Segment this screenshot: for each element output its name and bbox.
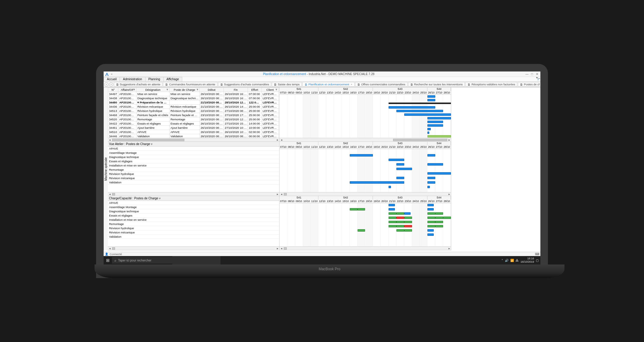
taskbar-search[interactable]: ⌕ Taper ici pour rechercher [112, 257, 172, 264]
gantt-bar[interactable] [427, 163, 443, 166]
gantt-bar[interactable] [389, 186, 391, 188]
column-header[interactable]: Effort [248, 88, 262, 92]
resource-row[interactable]: Révision hydrolique [108, 172, 279, 176]
tray-volume-icon[interactable]: 🔊 [505, 259, 508, 262]
keyboard-icon[interactable]: ⌨ [535, 252, 539, 256]
gantt-bar[interactable] [404, 221, 412, 223]
resource-row[interactable]: Diagnostique technique [108, 209, 279, 214]
gantt-bar[interactable] [396, 221, 404, 223]
task-row[interactable]: 34438AP20100018Diagnostique techniqueDia… [108, 96, 280, 100]
tray-wifi-icon[interactable]: 📶 [510, 259, 514, 262]
filter-icon[interactable]: ▼ [275, 88, 278, 91]
doctab[interactable]: 🗎Suggestions d'achats commandées [218, 82, 271, 87]
gantt-bar[interactable] [427, 186, 430, 188]
gantt-bar[interactable] [389, 221, 396, 223]
notifications-icon[interactable]: ▢ [536, 259, 539, 262]
gantt-bar[interactable] [427, 208, 434, 211]
gantt-bar[interactable] [443, 217, 451, 219]
task-row[interactable]: 34461AP20100018Ajout barrièreAjout barri… [108, 126, 280, 130]
menu-accueil[interactable]: Accueil [104, 77, 120, 81]
start-button[interactable]: ⊞ [104, 258, 112, 263]
gantt-bar[interactable] [396, 217, 404, 219]
gantt-bar[interactable] [358, 208, 365, 211]
workshop-gantt[interactable] [280, 149, 451, 192]
gantt-bar[interactable] [404, 225, 412, 227]
resource-row[interactable]: Essais et réglages [108, 214, 279, 218]
gantt-bar[interactable] [427, 212, 435, 215]
task-row[interactable]: 34510AP20100018APAVEAPAVE26/10/2020 08:0… [108, 130, 280, 134]
gantt-bar[interactable] [427, 181, 435, 184]
gantt-bar[interactable] [389, 103, 451, 104]
side-category-label[interactable]: Machine spéciale [104, 87, 108, 250]
doctab[interactable]: 🗎Suggestions d'achats en attente [114, 82, 163, 87]
resource-row[interactable]: Révision mécanique [108, 230, 279, 235]
gantt-bar[interactable] [435, 221, 443, 223]
gantt-bar[interactable] [427, 128, 430, 130]
resource-row[interactable]: Révision hydrolique [108, 226, 279, 230]
filter-icon[interactable]: ▼ [196, 88, 199, 91]
gantt-bar[interactable] [396, 163, 404, 166]
gantt-bar[interactable] [396, 229, 404, 232]
hscrollbar[interactable]: ◂▸ [108, 246, 279, 250]
resource-row[interactable]: Remontage [108, 222, 279, 226]
minimize-button[interactable]: — [525, 72, 529, 76]
gantt-bar[interactable] [427, 229, 434, 232]
doctab[interactable]: 🗎Recherche sur toutes les interventions [408, 82, 465, 87]
gantt-bar[interactable] [358, 229, 365, 232]
column-header[interactable]: Fin [224, 88, 248, 92]
gantt-bar[interactable] [389, 106, 435, 109]
gantt-bar[interactable] [427, 221, 435, 223]
gantt-bar[interactable] [389, 204, 395, 206]
gantt-bar[interactable] [435, 212, 443, 215]
gantt-bar[interactable] [435, 217, 443, 219]
gantt-bar[interactable] [389, 212, 396, 215]
hscrollbar[interactable]: ◂▸ [108, 192, 279, 196]
resource-row[interactable]: Installation et mise en service [108, 163, 279, 168]
gantt-bar[interactable] [396, 177, 404, 179]
gantt-bar[interactable] [427, 217, 435, 219]
column-header[interactable]: Affaire/OF▼ [118, 88, 136, 92]
gantt-bar[interactable] [389, 225, 396, 227]
binoculars-icon[interactable]: 🔭 [536, 77, 540, 81]
gantt-bar[interactable] [389, 208, 395, 211]
doctab[interactable]: 🗎Saisie des temps [272, 82, 302, 87]
resource-row[interactable]: Essais et réglages [108, 159, 279, 163]
menu-affichage[interactable]: Affichage [163, 77, 183, 81]
gantt-bar[interactable] [350, 208, 358, 211]
pane-title[interactable]: Charge/Capacité : Postes de Charge ▿ [108, 196, 279, 201]
column-header[interactable]: Désignation▼ [136, 88, 170, 92]
resource-row[interactable]: Assemblage Montage [108, 205, 279, 209]
resource-row[interactable]: Installation et mise en service [108, 218, 279, 222]
resource-row[interactable]: Révision mécanique [108, 176, 279, 180]
hscrollbar[interactable]: ◂▸ [280, 246, 451, 250]
task-gantt[interactable] [280, 95, 451, 138]
gantt-bar[interactable] [427, 204, 434, 206]
filter-icon[interactable]: ▼ [133, 88, 136, 91]
task-row[interactable]: 34422AP20100018Essais et réglagesEssais … [108, 122, 280, 126]
filter-icon[interactable]: ▼ [166, 88, 169, 91]
task-row[interactable]: 34468AP20100018Peinture façade et côtésP… [108, 113, 280, 117]
gantt-bar[interactable] [427, 99, 435, 101]
doctab[interactable]: 🗎Réceptions validées non facturées [465, 82, 517, 87]
column-header[interactable]: Début [200, 88, 224, 92]
gantt-bar[interactable] [427, 135, 451, 138]
gantt-bar[interactable] [435, 225, 443, 227]
gantt-bar[interactable] [427, 95, 435, 98]
hscrollbar[interactable]: ◂▸ [280, 138, 451, 141]
gantt-bar[interactable] [396, 110, 443, 112]
hscrollbar[interactable]: ◂▸ [108, 138, 279, 141]
gantt-bar[interactable] [427, 124, 443, 127]
task-table[interactable]: N°Affaire/OF▼Désignation▼Poste de Charge… [108, 87, 279, 138]
resource-row[interactable]: APAVE [108, 201, 279, 205]
nav-forward-button[interactable]: › [109, 82, 113, 87]
menu-planning[interactable]: Planning [145, 77, 164, 81]
resource-row[interactable]: APAVE [108, 147, 279, 151]
task-row[interactable]: 34436AP20100018Révision mécaniqueRévisio… [108, 105, 280, 109]
tray-chevron-icon[interactable]: ˄ [502, 259, 503, 262]
gantt-bar[interactable] [396, 225, 404, 227]
capacity-gantt[interactable] [280, 203, 451, 246]
task-row[interactable]: 34480AP20100018▾ Préparation de la machi… [108, 100, 280, 105]
gantt-bar[interactable] [396, 168, 412, 170]
gantt-bar[interactable] [404, 229, 412, 232]
close-tab-icon[interactable]: × [351, 83, 352, 86]
